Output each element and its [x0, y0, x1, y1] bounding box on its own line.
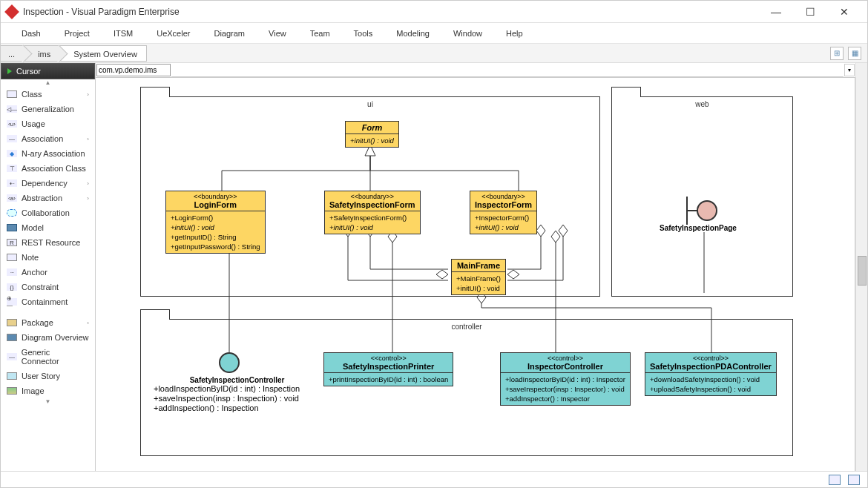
titlebar: Inspection - Visual Paradigm Enterprise …: [1, 1, 867, 23]
vertical-scrollbar[interactable]: [855, 63, 867, 471]
menu-diagram[interactable]: Diagram: [202, 29, 257, 38]
menubar: Dash Project ITSM UeXceler Diagram View …: [1, 23, 867, 44]
rest-icon: R: [7, 239, 17, 246]
scrollbar-thumb[interactable]: [858, 256, 867, 286]
cursor-icon: [7, 68, 12, 74]
palette-dependency[interactable]: ⇠Dependency›: [1, 176, 95, 191]
window-title: Inspection - Visual Paradigm Enterprise: [23, 7, 759, 17]
usage-icon: ‹u›: [7, 120, 17, 128]
tool-palette: Cursor ▲ Class› ◁—Generalization ‹u›Usag…: [1, 63, 96, 471]
abstraction-icon: ‹a›: [7, 194, 17, 202]
uml-class-inspectorform[interactable]: <<boundary>>InspectorForm +InspectorForm…: [470, 191, 537, 234]
dependency-icon: ⇠: [7, 179, 17, 187]
breadcrumb: ... ims System Overview: [1, 44, 147, 62]
palette-collapse-icon[interactable]: ▲: [1, 79, 95, 87]
anchor-icon: ┄: [7, 268, 17, 276]
close-button[interactable]: ✕: [827, 1, 861, 23]
note-icon: [7, 254, 17, 261]
layout-icon[interactable]: ⊞: [830, 47, 844, 60]
menu-window[interactable]: Window: [441, 29, 494, 38]
palette-containment[interactable]: ⊕—Containment: [1, 294, 95, 309]
palette-association[interactable]: —Association›: [1, 131, 95, 146]
crumb-root[interactable]: ...: [0, 45, 24, 62]
palette-constraint[interactable]: {}Constraint: [1, 280, 95, 294]
class-icon: [7, 90, 17, 98]
maximize-button[interactable]: ☐: [793, 1, 827, 23]
uml-class-mainframe[interactable]: MainFrame +MainFrame()+initUI() : void: [451, 259, 506, 295]
uml-control-safetyinspectioncontroller[interactable]: SafetyInspectionController +loadInspecti…: [219, 352, 300, 413]
app-logo-icon: [4, 4, 19, 19]
generalization-icon: ◁—: [7, 105, 17, 113]
palette-model[interactable]: Model: [1, 220, 95, 235]
panel-icon[interactable]: ▦: [848, 47, 861, 60]
minimize-button[interactable]: —: [759, 1, 793, 23]
palette-assoc-class[interactable]: ⊤Association Class: [1, 161, 95, 176]
collaboration-icon: [7, 209, 17, 217]
statusbar: [1, 471, 867, 487]
diag-overview-icon: [7, 334, 17, 341]
constraint-icon: {}: [7, 283, 17, 291]
package-path-input[interactable]: [96, 64, 171, 76]
palette-package[interactable]: Package›: [1, 315, 95, 330]
menu-help[interactable]: Help: [494, 29, 535, 38]
palette-image[interactable]: Image: [1, 383, 95, 398]
uml-class-pdacontroller[interactable]: <<control>>SafetyInspectionPDAController…: [645, 352, 777, 396]
crumb-system-overview[interactable]: System Overview: [59, 45, 147, 62]
menu-team[interactable]: Team: [298, 29, 342, 38]
package-label-web: web: [612, 100, 792, 108]
menu-uexceler[interactable]: UeXceler: [145, 29, 202, 38]
palette-generic-conn[interactable]: —Generic Connector: [1, 345, 95, 369]
generic-conn-icon: —: [7, 353, 17, 360]
uml-boundary-safetyinspectionpage[interactable]: SafetyInspectionPage: [697, 200, 737, 232]
nary-icon: ◆: [7, 150, 17, 157]
palette-cursor[interactable]: Cursor: [1, 63, 95, 79]
uml-class-safetyinspectionform[interactable]: <<boundary>>SafetyInspectionForm +Safety…: [324, 191, 421, 234]
uml-class-loginform[interactable]: <<boundary>>LoginForm +LoginForm() +init…: [165, 191, 266, 254]
menu-view[interactable]: View: [257, 29, 298, 38]
palette-collaboration[interactable]: Collaboration: [1, 205, 95, 220]
package-icon: [7, 319, 17, 326]
palette-usage[interactable]: ‹u›Usage: [1, 116, 95, 131]
uml-class-form[interactable]: Form +initUI() : void: [345, 121, 399, 148]
mail-icon[interactable]: [829, 475, 841, 485]
palette-note[interactable]: Note: [1, 250, 95, 265]
image-icon: [7, 387, 17, 395]
package-label-controller: controller: [141, 323, 792, 331]
menu-tools[interactable]: Tools: [342, 29, 385, 38]
palette-diag-overview[interactable]: Diagram Overview: [1, 330, 95, 345]
palette-user-story[interactable]: User Story: [1, 369, 95, 383]
menu-itsm[interactable]: ITSM: [102, 29, 145, 38]
model-icon: [7, 224, 17, 231]
uml-package-web[interactable]: web: [611, 96, 793, 297]
user-story-icon: [7, 372, 17, 380]
package-dropdown-icon[interactable]: ▾: [844, 64, 855, 76]
doc-icon[interactable]: [848, 475, 860, 485]
palette-expand-icon[interactable]: ▼: [1, 398, 95, 406]
uml-class-safetyinspectionprinter[interactable]: <<control>>SafetyInspectionPrinter +prin…: [323, 352, 453, 386]
uml-class-inspectorcontroller[interactable]: <<control>>InspectorController +loadInsp…: [500, 352, 631, 406]
association-icon: —: [7, 135, 17, 142]
package-label-ui: ui: [141, 100, 599, 108]
diagram-canvas[interactable]: ui web controller Form +initUI() : void …: [96, 78, 855, 471]
containment-icon: ⊕—: [7, 298, 17, 306]
palette-abstraction[interactable]: ‹a›Abstraction›: [1, 191, 95, 205]
breadcrumb-toolbar: ... ims System Overview ⊞ ▦: [1, 44, 867, 63]
palette-anchor[interactable]: ┄Anchor: [1, 265, 95, 280]
menu-project[interactable]: Project: [53, 29, 102, 38]
menu-modeling[interactable]: Modeling: [384, 29, 441, 38]
assoc-class-icon: ⊤: [7, 165, 17, 172]
package-path-bar: ▾: [96, 63, 855, 78]
palette-generalization[interactable]: ◁—Generalization: [1, 102, 95, 116]
palette-rest[interactable]: RREST Resource: [1, 235, 95, 250]
palette-class[interactable]: Class›: [1, 87, 95, 102]
palette-nary[interactable]: ◆N-ary Association: [1, 146, 95, 161]
menu-dash[interactable]: Dash: [10, 29, 53, 38]
